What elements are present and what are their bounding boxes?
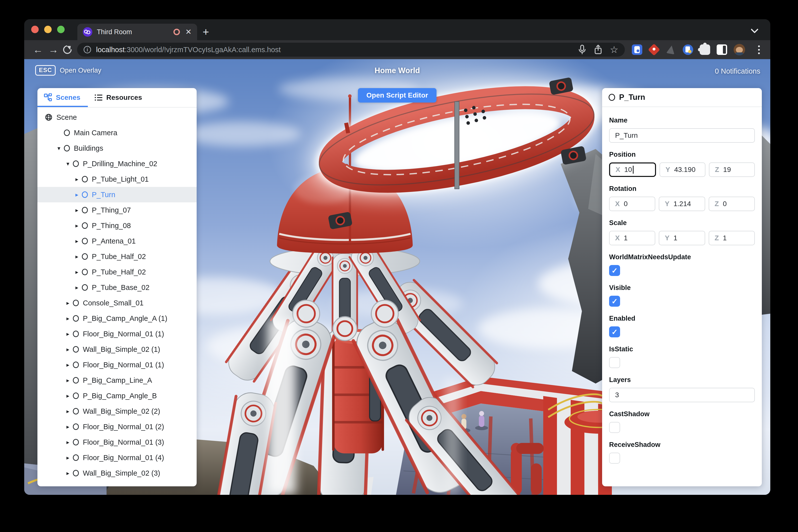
position-z-input[interactable]: Z19 — [709, 163, 755, 177]
address-bar[interactable]: i localhost:3000/world/!vjrzmTVOcyIsLgaA… — [77, 43, 625, 57]
caret-down-icon[interactable]: ▾ — [54, 145, 64, 152]
tree-item[interactable]: ▸Floor_Big_Normal_01 (1) — [37, 357, 197, 373]
tree-item[interactable]: ▸Wall_Big_Simple_02 (2) — [37, 403, 197, 419]
caret-right-icon[interactable]: ▸ — [63, 439, 73, 446]
back-button[interactable]: ← — [30, 44, 46, 55]
reload-button[interactable] — [63, 45, 72, 54]
reader-extension-icon[interactable] — [683, 44, 693, 55]
site-info-icon[interactable]: i — [83, 46, 91, 53]
caret-right-icon[interactable]: ▸ — [63, 377, 73, 384]
caret-right-icon[interactable]: ▸ — [72, 191, 82, 198]
axis-prefix: Y — [665, 200, 669, 208]
caret-right-icon[interactable]: ▸ — [63, 346, 73, 353]
tree-item-label: P_Drilling_Machine_02 — [83, 160, 157, 168]
tree-item[interactable]: ▸P_Antena_01 — [37, 233, 197, 249]
rotation-z-input[interactable]: Z0 — [709, 197, 755, 211]
tree-item[interactable]: ▸Console_Small_01 — [37, 295, 197, 311]
position-x-input[interactable]: X10 — [609, 163, 656, 177]
caret-right-icon[interactable]: ▸ — [63, 362, 73, 368]
close-window-button[interactable] — [31, 26, 39, 33]
profile-avatar[interactable] — [734, 44, 745, 55]
caret-right-icon[interactable]: ▸ — [63, 423, 73, 430]
password-extension-icon[interactable] — [632, 44, 642, 55]
tree-item[interactable]: ▸P_Thing_08 — [37, 218, 197, 233]
tree-item[interactable]: ▾P_Drilling_Machine_02 — [37, 156, 197, 171]
caret-right-icon[interactable]: ▸ — [72, 222, 82, 229]
axis-prefix: Z — [715, 166, 719, 174]
caret-right-icon[interactable]: ▸ — [72, 269, 82, 276]
share-icon[interactable] — [594, 45, 602, 55]
tab-resources[interactable]: Resources — [88, 88, 150, 107]
rotation-label: Rotation — [609, 185, 755, 193]
caret-right-icon[interactable]: ▸ — [63, 408, 73, 415]
tree-item[interactable]: ▸Floor_Big_Normal_01 (4) — [37, 450, 197, 466]
bookmark-star-icon[interactable]: ☆ — [610, 44, 618, 55]
IsStatic-checkbox[interactable] — [609, 357, 620, 368]
tab-close-button[interactable]: ✕ — [185, 28, 192, 36]
Visible-checkbox[interactable]: ✓ — [609, 296, 620, 307]
tree-item[interactable]: ▸P_Tube_Base_02 — [37, 280, 197, 295]
open-overlay-hint[interactable]: ESC Open Overlay — [35, 65, 101, 76]
scale-y-input[interactable]: Y1 — [659, 231, 705, 245]
tab-scenes[interactable]: Scenes — [37, 88, 88, 107]
minimize-window-button[interactable] — [44, 26, 52, 33]
caret-right-icon[interactable]: ▸ — [63, 470, 73, 477]
ReceiveShadow-checkbox[interactable] — [609, 453, 620, 463]
microphone-icon[interactable] — [578, 45, 586, 55]
caret-right-icon[interactable]: ▸ — [63, 330, 73, 337]
tree-item[interactable]: ▸Floor_Big_Normal_01 (1) — [37, 326, 197, 342]
browser-tab[interactable]: Third Room ✕ — [77, 24, 197, 40]
entity-circle-icon — [73, 423, 79, 430]
caret-right-icon[interactable]: ▸ — [63, 454, 73, 461]
tree-item[interactable]: ▸P_Tube_Light_01 — [37, 171, 197, 187]
red-diamond-extension-icon[interactable] — [648, 44, 660, 56]
Enabled-label: Enabled — [609, 315, 755, 322]
tree-item[interactable]: ▸Wall_Big_Simple_02 (3) — [37, 466, 197, 481]
position-y-input[interactable]: Y43.190 — [660, 163, 705, 177]
extensions-puzzle-icon[interactable] — [700, 44, 710, 55]
tree-item[interactable]: ▸P_Tube_Half_02 — [37, 264, 197, 280]
tree-item[interactable]: ▸P_Big_Camp_Angle_B — [37, 388, 197, 403]
caret-right-icon[interactable]: ▸ — [63, 300, 73, 306]
tree-item[interactable]: Main Camera — [37, 125, 197, 140]
tree-item[interactable]: ▸P_Big_Camp_Line_A — [37, 373, 197, 388]
notifications-label[interactable]: 0 Notifications — [715, 67, 760, 75]
zoom-window-button[interactable] — [57, 26, 64, 33]
tree-item[interactable]: ▸P_Thing_07 — [37, 202, 197, 218]
axis-value: 1.214 — [673, 200, 691, 208]
caret-right-icon[interactable]: ▸ — [72, 253, 82, 260]
side-panel-icon[interactable] — [717, 44, 727, 55]
caret-down-icon[interactable]: ▾ — [63, 160, 73, 167]
recycle-extension-icon[interactable] — [666, 45, 676, 55]
caret-right-icon[interactable]: ▸ — [72, 238, 82, 245]
WorldMatrixNeedsUpdate-checkbox[interactable]: ✓ — [609, 265, 620, 276]
tree-item-label: Floor_Big_Normal_01 (1) — [83, 361, 164, 369]
rotation-y-input[interactable]: Y1.214 — [659, 197, 705, 211]
caret-right-icon[interactable]: ▸ — [63, 393, 73, 399]
new-tab-button[interactable]: + — [203, 25, 209, 39]
CastShadow-checkbox[interactable] — [609, 422, 620, 433]
tree-item[interactable]: ▸P_Turn — [37, 187, 197, 202]
tree-item[interactable]: ▸Floor_Big_Normal_01 (2) — [37, 419, 197, 434]
forward-button[interactable]: → — [46, 44, 61, 55]
tree-item[interactable]: ▾Buildings — [37, 140, 197, 156]
tree-item[interactable]: Scene — [37, 110, 197, 125]
tree-item[interactable]: ▸Floor_Big_Normal_01 (3) — [37, 434, 197, 450]
scale-x-input[interactable]: X1 — [609, 231, 655, 245]
rotation-x-input[interactable]: X0 — [609, 197, 655, 211]
tree-item[interactable]: ▸Wall_Big_Simple_02 (1) — [37, 342, 197, 357]
tab-search-chevron-icon[interactable] — [750, 25, 758, 33]
Enabled-checkbox[interactable]: ✓ — [609, 326, 620, 337]
tree-item[interactable]: ▸P_Big_Camp_Angle_A (1) — [37, 311, 197, 326]
ReceiveShadow-label: ReceiveShadow — [609, 441, 755, 449]
browser-menu-icon[interactable] — [758, 45, 760, 54]
caret-right-icon[interactable]: ▸ — [72, 284, 82, 291]
tree-item[interactable]: ▸P_Tube_Half_02 — [37, 249, 197, 264]
name-input[interactable]: P_Turn — [609, 128, 755, 143]
Layers-input[interactable]: 3 — [609, 388, 755, 402]
caret-right-icon[interactable]: ▸ — [72, 176, 82, 183]
scale-z-input[interactable]: Z1 — [709, 231, 755, 245]
caret-right-icon[interactable]: ▸ — [72, 207, 82, 214]
caret-right-icon[interactable]: ▸ — [63, 315, 73, 322]
open-script-editor-button[interactable]: Open Script Editor — [358, 88, 436, 102]
